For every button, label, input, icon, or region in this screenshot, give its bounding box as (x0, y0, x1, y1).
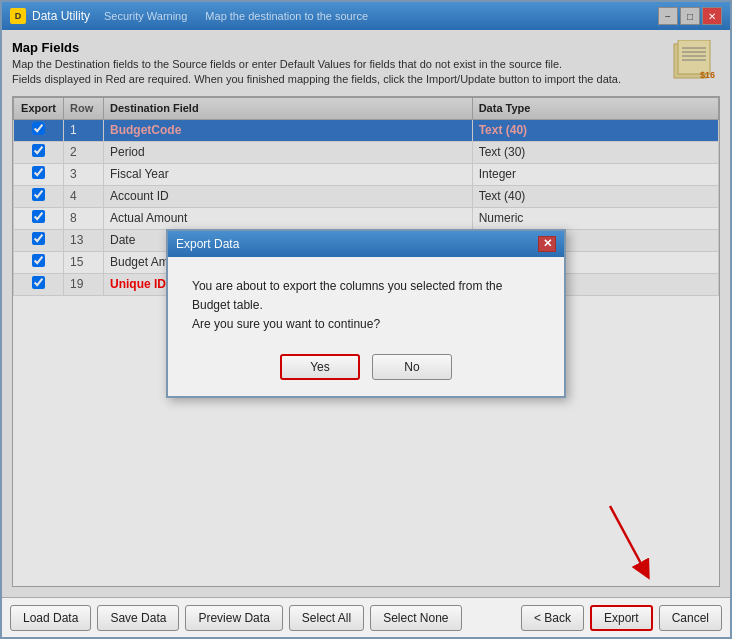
yes-button[interactable]: Yes (280, 354, 360, 380)
app-title: Data Utility (32, 9, 90, 23)
cancel-button[interactable]: Cancel (659, 605, 722, 631)
export-button[interactable]: Export (590, 605, 653, 631)
tab-map[interactable]: Map the destination to the source (197, 8, 376, 24)
dialog-message: You are about to export the columns you … (192, 277, 540, 335)
dialog-title-bar: Export Data ✕ (168, 231, 564, 257)
app-icon: D (10, 8, 26, 24)
close-button[interactable]: ✕ (702, 7, 722, 25)
restore-button[interactable]: □ (680, 7, 700, 25)
bottom-bar: Load Data Save Data Preview Data Select … (2, 597, 730, 637)
select-none-button[interactable]: Select None (370, 605, 461, 631)
save-data-button[interactable]: Save Data (97, 605, 179, 631)
dialog-message1: You are about to export the columns you … (192, 277, 540, 315)
tab-security[interactable]: Security Warning (96, 8, 195, 24)
select-all-button[interactable]: Select All (289, 605, 364, 631)
minimize-button[interactable]: − (658, 7, 678, 25)
preview-data-button[interactable]: Preview Data (185, 605, 282, 631)
main-window: D Data Utility Security Warning Map the … (0, 0, 732, 639)
title-controls: − □ ✕ (658, 7, 722, 25)
dialog-overlay: Export Data ✕ You are about to export th… (2, 30, 730, 597)
dialog-message2: Are you sure you want to continue? (192, 315, 540, 334)
no-button[interactable]: No (372, 354, 452, 380)
title-bar-left: D Data Utility Security Warning Map the … (10, 8, 376, 24)
dialog-close-button[interactable]: ✕ (538, 236, 556, 252)
dialog-content: You are about to export the columns you … (168, 257, 564, 397)
export-dialog: Export Data ✕ You are about to export th… (166, 229, 566, 399)
content-area: Map Fields Map the Destination fields to… (2, 30, 730, 597)
dialog-buttons: Yes No (192, 354, 540, 380)
title-bar: D Data Utility Security Warning Map the … (2, 2, 730, 30)
dialog-title: Export Data (176, 237, 239, 251)
load-data-button[interactable]: Load Data (10, 605, 91, 631)
back-button[interactable]: < Back (521, 605, 584, 631)
title-tabs: Security Warning Map the destination to … (96, 8, 376, 24)
